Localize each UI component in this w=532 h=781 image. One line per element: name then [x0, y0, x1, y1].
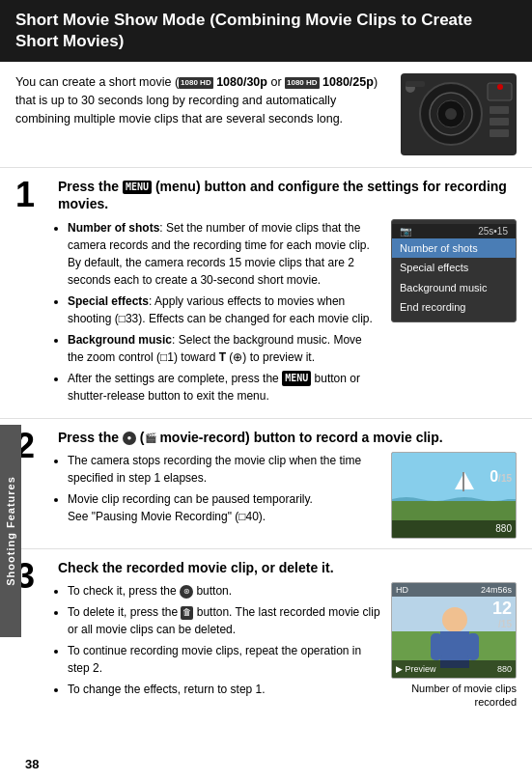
svg-rect-8: [490, 129, 509, 137]
menu-key-icon-2: MENU: [282, 371, 311, 386]
menu-item-end: End recording: [392, 297, 516, 318]
step-3-content: Check the recorded movie clip, or delete…: [58, 559, 517, 710]
intro-text: You can create a short movie (1080 HD 10…: [15, 73, 391, 155]
intro-camera-image: [401, 73, 517, 155]
hd-badge-3: HD: [396, 585, 408, 595]
camera-menu-header: 📷 25s•15: [392, 224, 516, 238]
svg-rect-15: [462, 472, 464, 491]
clip-counter: 0/15: [490, 468, 512, 486]
counter-current-3: 12: [492, 599, 512, 619]
intro-section: You can create a short movie (1080 HD 10…: [0, 62, 532, 168]
step-2-body: The camera stops recording the movie cli…: [58, 452, 374, 539]
page-header: Short Movie Show Mode (Combining Movie C…: [0, 0, 532, 62]
memory-3: 880: [497, 664, 512, 674]
svg-rect-6: [490, 106, 509, 114]
step-2-title: Press the ● (🎬 movie-record) button to r…: [58, 429, 517, 446]
step-3-camera-view: HD 24m56s 12 /15 ▶ Preview 880: [391, 582, 517, 679]
time-indicator: 24m56s: [481, 585, 512, 595]
page-number: 38: [25, 757, 39, 771]
camera-menu-box: 📷 25s•15 Number of shots Special effects…: [391, 219, 517, 322]
svg-rect-10: [406, 81, 425, 87]
counter-total: 15: [501, 473, 512, 484]
counter-current: 0: [490, 468, 498, 485]
menu-value: 25s•15: [478, 226, 508, 237]
bottom-overlay-bar: 880: [392, 520, 516, 538]
step-1-number: 1: [15, 178, 50, 407]
movie-record-icon: 🎬: [145, 432, 156, 444]
step-3-image: HD 24m56s 12 /15 ▶ Preview 880 Number of…: [391, 582, 517, 710]
sidebar-label: Shooting Features: [5, 476, 16, 586]
step-2-camera-view: HD ●REC 0/15: [391, 452, 517, 539]
preview-label: ▶ Preview: [396, 664, 436, 674]
number-of-movie-label: Number of movie clips recorded: [391, 682, 517, 710]
step-3-body: To check it, press the ⊛ button. To dele…: [58, 582, 383, 710]
delete-button-icon: 🗑: [181, 606, 193, 620]
menu-item-shots: Number of shots: [392, 238, 516, 259]
menu-icon: 📷: [400, 226, 411, 237]
svg-point-11: [497, 84, 503, 90]
menu-item-effects: Special effects: [392, 258, 516, 278]
record-button-icon: ●: [123, 432, 136, 445]
svg-point-4: [445, 108, 457, 120]
step-2-content: Press the ● (🎬 movie-record) button to r…: [58, 429, 517, 539]
svg-point-18: [442, 607, 467, 632]
step-1-content: Press the MENU (menu) button and configu…: [58, 178, 517, 407]
step-2-image: HD ●REC 0/15: [391, 452, 517, 539]
svg-rect-20: [431, 633, 442, 660]
svg-rect-7: [490, 118, 509, 126]
icon-1080-25: 1080 HD: [285, 77, 320, 89]
step-3-title: Check the recorded movie clip, or delete…: [58, 559, 517, 576]
icon-1080-30: 1080 HD: [179, 77, 213, 89]
svg-rect-21: [467, 633, 479, 660]
menu-item-music: Background music: [392, 278, 516, 298]
step-2-section: 2 Press the ● (🎬 movie-record) button to…: [0, 419, 532, 549]
step-1-body: Number of shots: Set the number of movie…: [58, 219, 374, 408]
top-bar-3: HD 24m56s: [392, 583, 516, 597]
clip-counter-3: 12 /15: [492, 599, 512, 629]
menu-key-icon: MENU: [123, 181, 152, 194]
counter-total-3: /15: [492, 619, 512, 629]
step-1-image: 📷 25s•15 Number of shots Special effects…: [391, 219, 517, 408]
bottom-bar-3: ▶ Preview 880: [392, 660, 516, 678]
header-title: Short Movie Show Mode (Combining Movie C…: [15, 11, 472, 50]
step-3-section: 3 Check the recorded movie clip, or dele…: [0, 549, 532, 719]
step-1-section: 1 Press the MENU (menu) button and confi…: [0, 168, 532, 418]
memory-indicator: 880: [495, 523, 512, 534]
sidebar: Shooting Features: [0, 425, 21, 637]
ok-button-icon: ⊛: [180, 585, 193, 599]
step-1-title: Press the MENU (menu) button and configu…: [58, 178, 517, 212]
